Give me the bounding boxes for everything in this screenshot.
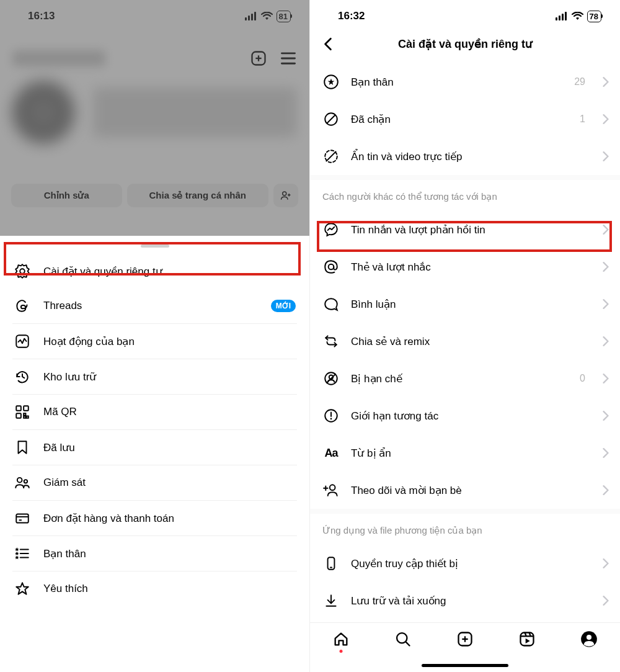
row-label: Thẻ và lượt nhắc: [351, 261, 431, 274]
chevron-right-icon: [603, 151, 609, 161]
menu-label: Cài đặt và quyền riêng tư: [43, 265, 162, 278]
back-button[interactable]: [317, 37, 339, 51]
threads-icon: [14, 297, 31, 315]
menu-label: Giám sát: [43, 477, 86, 489]
row-count: 0: [580, 373, 588, 384]
settings-list: Bạn thân 29 Đã chặn 1 Ẩn tin và video tr…: [310, 63, 620, 619]
row-comments[interactable]: Bình luận: [310, 285, 620, 323]
section-app-media: Ứng dụng và file phương tiện của bạn: [310, 509, 620, 545]
row-hide-story[interactable]: Ẩn tin và video trực tiếp: [310, 138, 620, 175]
qr-icon: [14, 403, 31, 421]
row-label: Bị hạn chế: [351, 372, 402, 385]
svg-point-22: [24, 480, 27, 483]
row-tags-mentions[interactable]: Thẻ và lượt nhắc: [310, 248, 620, 285]
page-header: Cài đặt và quyền riêng tư: [310, 30, 620, 63]
menu-settings-privacy[interactable]: Cài đặt và quyền riêng tư: [12, 254, 297, 289]
chevron-right-icon: [603, 262, 609, 272]
remix-icon: [322, 333, 340, 350]
menu-your-activity[interactable]: Hoạt động của bạn: [12, 324, 297, 359]
row-limits[interactable]: Giới hạn tương tác: [310, 397, 620, 434]
menu-label: Yêu thích: [43, 583, 88, 595]
svg-rect-23: [16, 514, 29, 523]
hide-story-icon: [322, 148, 340, 165]
gear-icon: [14, 262, 31, 280]
chevron-right-icon: [603, 374, 609, 383]
svg-line-58: [406, 642, 410, 646]
row-restricted[interactable]: Bị hạn chế 0: [310, 360, 620, 397]
svg-marker-31: [15, 555, 19, 559]
svg-point-21: [17, 478, 22, 483]
row-label: Từ bị ẩn: [351, 447, 391, 460]
row-blocked[interactable]: Đã chặn 1: [310, 101, 620, 138]
chevron-right-icon: [603, 596, 609, 606]
battery-icon: 78: [587, 11, 601, 22]
phone-left: 16:13 81: [0, 0, 310, 672]
archive-icon: [14, 368, 31, 385]
chevron-right-icon: [603, 448, 609, 458]
row-messages-replies[interactable]: Tin nhắn và lượt phản hồi tin: [310, 211, 620, 248]
tab-create[interactable]: [456, 630, 474, 648]
chevron-right-icon: [603, 558, 609, 568]
menu-orders-payments[interactable]: Đơn đặt hàng và thanh toán: [12, 501, 297, 536]
menu-label: Đơn đặt hàng và thanh toán: [43, 512, 174, 525]
restricted-icon: [322, 370, 340, 387]
star-circle-icon: [322, 73, 340, 91]
download-icon: [322, 592, 340, 609]
star-icon: [14, 580, 31, 598]
svg-rect-17: [16, 413, 21, 418]
svg-point-50: [330, 485, 335, 490]
svg-line-40: [327, 115, 335, 123]
at-icon: [322, 258, 340, 276]
limits-icon: [322, 407, 340, 424]
chevron-right-icon: [603, 411, 609, 421]
row-label: Bạn thân: [351, 76, 394, 89]
menu-close-friends[interactable]: Bạn thân: [12, 536, 297, 571]
hidden-words-icon: Aa: [322, 444, 340, 462]
svg-point-68: [587, 635, 591, 640]
row-share-remix[interactable]: Chia sẻ và remix: [310, 323, 620, 360]
row-device-permissions[interactable]: Quyền truy cập thiết bị: [310, 545, 620, 582]
menu-qr-code[interactable]: Mã QR: [12, 395, 297, 430]
tab-search[interactable]: [394, 630, 412, 648]
menu-label: Kho lưu trữ: [43, 370, 96, 383]
menu-archive[interactable]: Kho lưu trữ: [12, 359, 297, 395]
svg-rect-34: [559, 16, 560, 20]
page-title: Cài đặt và quyền riêng tư: [339, 37, 591, 51]
status-bar: 16:32 78: [310, 0, 620, 30]
row-close-friends[interactable]: Bạn thân 29: [310, 63, 620, 101]
menu-favorites[interactable]: Yêu thích: [12, 571, 297, 606]
svg-line-42: [326, 151, 335, 161]
svg-rect-33: [556, 17, 557, 20]
row-label: Bình luận: [351, 298, 396, 311]
svg-rect-62: [521, 633, 534, 646]
supervision-icon: [14, 474, 31, 491]
activity-icon: [14, 333, 31, 350]
badge-new: Mới: [271, 300, 296, 312]
tab-reels[interactable]: [518, 630, 536, 648]
chevron-right-icon: [603, 299, 609, 309]
menu-supervision[interactable]: Giám sát: [12, 465, 297, 501]
row-label: Tin nhắn và lượt phản hồi tin: [351, 223, 485, 236]
status-time: 16:32: [338, 10, 365, 22]
notification-dot: [340, 650, 343, 653]
menu-label: Đã lưu: [43, 441, 75, 454]
sheet-grabber[interactable]: [141, 244, 169, 248]
svg-marker-66: [526, 638, 530, 643]
tab-profile[interactable]: [580, 630, 598, 648]
svg-rect-20: [24, 416, 25, 418]
svg-rect-15: [16, 406, 21, 411]
row-label: Chia sẻ và remix: [351, 335, 430, 348]
row-follow-invite[interactable]: Theo dõi và mời bạn bè: [310, 472, 620, 509]
row-hidden-words[interactable]: Aa Từ bị ẩn: [310, 434, 620, 472]
svg-rect-16: [24, 406, 29, 411]
section-interactions: Cách người khác có thể tương tác với bạn: [310, 175, 620, 211]
chevron-right-icon: [603, 225, 609, 235]
home-indicator[interactable]: [422, 664, 508, 667]
row-label: Đã chặn: [351, 113, 391, 126]
row-archive-download[interactable]: Lưu trữ và tải xuống: [310, 582, 620, 619]
chevron-right-icon: [603, 336, 609, 346]
tab-home[interactable]: [332, 630, 350, 648]
menu-saved[interactable]: Đã lưu: [12, 430, 297, 465]
svg-marker-30: [15, 552, 19, 555]
menu-threads[interactable]: Threads Mới: [12, 289, 297, 324]
